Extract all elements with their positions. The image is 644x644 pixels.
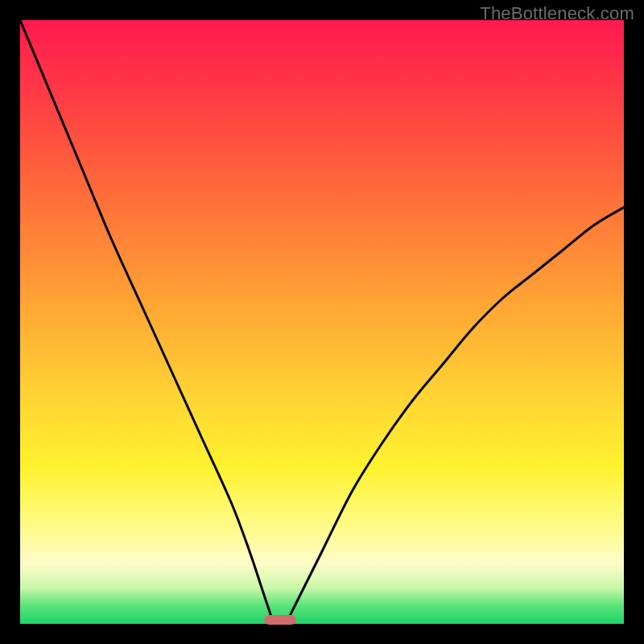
curve-right-branch <box>286 208 624 625</box>
chart-curves-svg <box>20 20 624 624</box>
chart-plot-area <box>20 20 624 624</box>
curve-left-branch <box>20 20 274 624</box>
bottleneck-marker <box>264 615 296 625</box>
chart-frame: TheBottleneck.com <box>0 0 644 644</box>
